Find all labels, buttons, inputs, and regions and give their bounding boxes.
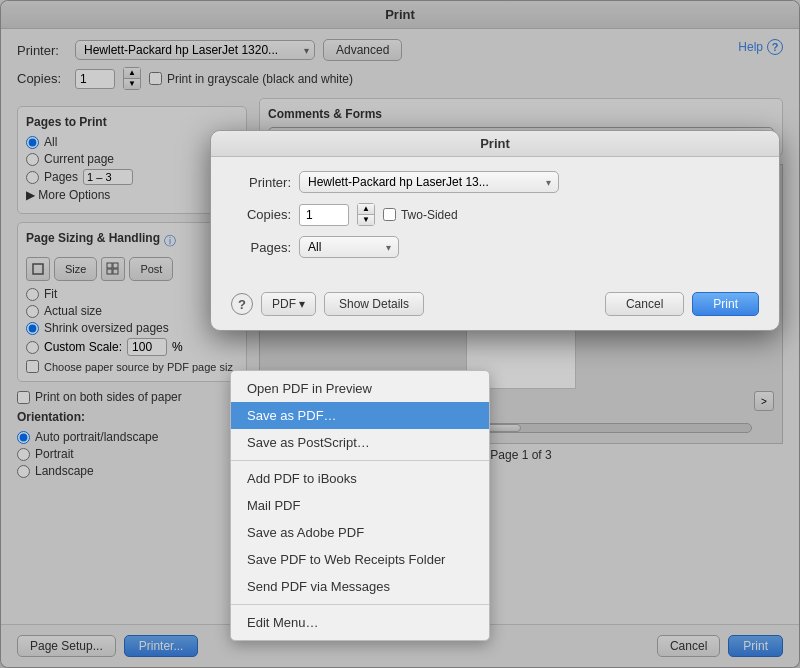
dialog-pages-row: Pages: All Current page Range [231,236,759,258]
dialog-copies-label: Copies: [231,207,291,222]
print-dialog-content: Printer: Hewlett-Packard hp LaserJet 13.… [211,157,779,282]
pdf-menu-mail-pdf[interactable]: Mail PDF [231,492,489,519]
pdf-menu-open-preview[interactable]: Open PDF in Preview [231,375,489,402]
pdf-arrow-icon: ▾ [299,297,305,311]
print-dialog-title: Print [480,136,510,151]
pdf-button-label: PDF [272,297,296,311]
pdf-menu-save-as-pdf[interactable]: Save as PDF… [231,402,489,429]
dialog-printer-select-wrapper: Hewlett-Packard hp LaserJet 13... [299,171,559,193]
pdf-menu-save-as-adobe[interactable]: Save as Adobe PDF [231,519,489,546]
dialog-cancel-button[interactable]: Cancel [605,292,684,316]
two-sided-label[interactable]: Two-Sided [383,208,458,222]
dialog-pages-label: Pages: [231,240,291,255]
pdf-menu-divider-2 [231,604,489,605]
show-details-button[interactable]: Show Details [324,292,424,316]
two-sided-checkbox[interactable] [383,208,396,221]
dialog-pages-select[interactable]: All Current page Range [299,236,399,258]
print-dialog: Print Printer: Hewlett-Packard hp LaserJ… [210,130,780,331]
dialog-print-button[interactable]: Print [692,292,759,316]
pdf-menu-divider-1 [231,460,489,461]
pdf-menu-edit-menu[interactable]: Edit Menu… [231,609,489,636]
pdf-menu-save-as-postscript[interactable]: Save as PostScript… [231,429,489,456]
pdf-menu-add-to-ibooks[interactable]: Add PDF to iBooks [231,465,489,492]
pdf-dropdown-menu: Open PDF in Preview Save as PDF… Save as… [230,370,490,641]
dialog-pages-select-wrapper: All Current page Range [299,236,399,258]
dialog-help-button[interactable]: ? [231,293,253,315]
pdf-menu-send-via-messages[interactable]: Send PDF via Messages [231,573,489,600]
dialog-copies-input[interactable] [299,204,349,226]
pdf-button[interactable]: PDF ▾ [261,292,316,316]
dialog-copies-stepper: ▲ ▼ [357,203,375,226]
dialog-printer-row: Printer: Hewlett-Packard hp LaserJet 13.… [231,171,759,193]
dialog-copies-row: Copies: ▲ ▼ Two-Sided [231,203,759,226]
dialog-printer-label: Printer: [231,175,291,190]
dialog-copies-down[interactable]: ▼ [358,215,374,225]
dialog-bottom: ? PDF ▾ Show Details Cancel Print [211,282,779,330]
print-dialog-titlebar: Print [211,131,779,157]
pdf-menu-save-to-web[interactable]: Save PDF to Web Receipts Folder [231,546,489,573]
two-sided-text: Two-Sided [401,208,458,222]
dialog-printer-select[interactable]: Hewlett-Packard hp LaserJet 13... [299,171,559,193]
dialog-copies-up[interactable]: ▲ [358,204,374,215]
